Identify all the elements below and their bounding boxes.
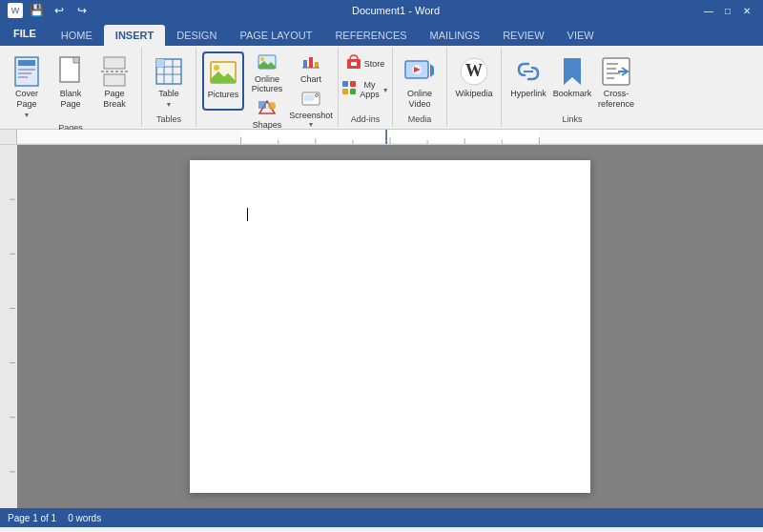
tab-mailings[interactable]: MAILINGS [419, 25, 492, 46]
online-pictures-icon [258, 54, 277, 73]
my-apps-label: My Apps [360, 80, 380, 99]
document-page[interactable] [190, 160, 590, 493]
shapes-icon [258, 100, 277, 119]
undo-button[interactable]: ↩ [50, 1, 69, 20]
svg-marker-52 [564, 58, 581, 85]
svg-rect-2 [18, 69, 35, 71]
tab-view[interactable]: VIEW [556, 25, 606, 46]
ribbon-group-pages: CoverPage ▼ BlankPage PageBreak [0, 48, 142, 127]
svg-rect-32 [309, 57, 313, 68]
online-video-icon [404, 56, 435, 87]
word-count: 0 words [68, 513, 101, 523]
svg-rect-40 [351, 62, 357, 66]
media-group-label: Media [404, 113, 436, 125]
blank-page-icon [55, 56, 86, 87]
online-pictures-button[interactable]: OnlinePictures [246, 51, 288, 96]
pictures-label: Pictures [208, 90, 239, 100]
svg-rect-33 [315, 62, 319, 68]
close-button[interactable]: ✕ [738, 4, 755, 17]
screenshot-arrow: ▼ [308, 121, 315, 128]
svg-rect-1 [18, 60, 35, 66]
store-label: Store [364, 59, 385, 69]
svg-rect-43 [342, 89, 348, 94]
table-arrow: ▼ [166, 101, 173, 109]
bookmark-label: Bookmark [553, 89, 592, 99]
svg-marker-46 [430, 64, 434, 77]
table-button[interactable]: Table ▼ [148, 51, 190, 112]
tab-design[interactable]: DESIGN [165, 25, 228, 46]
links-items: Hyperlink Bookmark [505, 50, 639, 113]
table-label: Table [158, 89, 179, 99]
svg-rect-41 [342, 81, 348, 87]
tables-items: Table ▼ [146, 50, 192, 113]
addins-group-label: Add-ins [347, 113, 384, 125]
vertical-ruler [0, 145, 17, 508]
cross-reference-icon [601, 56, 631, 87]
word-logo-icon: W [8, 3, 23, 18]
page-break-button[interactable]: PageBreak [93, 51, 135, 113]
svg-rect-31 [303, 60, 307, 68]
my-apps-arrow: ▼ [382, 87, 389, 93]
cover-page-button[interactable]: CoverPage ▼ [6, 51, 48, 122]
tab-file[interactable]: FILE [0, 21, 50, 46]
blank-page-label: BlankPage [60, 89, 82, 110]
ruler-main [17, 130, 763, 144]
online-pictures-label: OnlinePictures [252, 74, 283, 93]
tab-page-layout[interactable]: PAGE LAYOUT [228, 25, 323, 46]
cross-reference-button[interactable]: Cross-reference [595, 51, 637, 113]
ruler-corner [0, 130, 17, 144]
pages-items: CoverPage ▼ BlankPage PageBreak [4, 50, 137, 122]
tab-review[interactable]: REVIEW [491, 25, 555, 46]
svg-rect-14 [156, 59, 164, 67]
bookmark-button[interactable]: Bookmark [551, 51, 593, 111]
wikipedia-button[interactable]: W Wikipedia [453, 51, 495, 111]
svg-rect-4 [18, 76, 28, 78]
addins-small-group: Store My Apps [344, 51, 386, 102]
document-content-area[interactable] [17, 145, 763, 508]
svg-point-16 [214, 65, 219, 71]
screenshot-button[interactable]: Screenshot ▼ [290, 88, 332, 131]
hyperlink-button[interactable]: Hyperlink [507, 51, 549, 111]
chart-icon [301, 54, 320, 73]
addins-items: Store My Apps [342, 50, 388, 113]
links-group-label: Links [558, 113, 586, 125]
text-cursor [247, 208, 248, 221]
page-break-label: PageBreak [103, 89, 126, 110]
tab-references[interactable]: REFERENCES [323, 25, 418, 46]
store-button[interactable]: Store [344, 51, 386, 76]
title-bar: W 💾 ↩ ↪ Document1 - Word — □ ✕ [0, 0, 763, 21]
main-area [0, 145, 763, 508]
ribbon: CoverPage ▼ BlankPage PageBreak [0, 46, 763, 130]
svg-rect-8 [104, 74, 125, 86]
svg-rect-3 [18, 72, 31, 74]
horizontal-ruler [0, 130, 763, 145]
svg-point-19 [260, 57, 264, 61]
tab-insert[interactable]: INSERT [104, 25, 165, 46]
redo-button[interactable]: ↪ [72, 1, 92, 20]
cover-page-label: CoverPage [15, 89, 38, 110]
svg-rect-6 [104, 57, 125, 69]
media-items: OnlineVideo [397, 50, 443, 113]
tab-home[interactable]: HOME [50, 25, 104, 46]
blank-page-button[interactable]: BlankPage [50, 51, 92, 113]
maximize-button[interactable]: □ [719, 4, 736, 17]
pictures-icon [208, 57, 238, 88]
online-video-button[interactable]: OnlineVideo [399, 51, 441, 113]
svg-rect-44 [350, 89, 356, 94]
minimize-button[interactable]: — [700, 4, 717, 17]
ribbon-group-links: Hyperlink Bookmark [502, 48, 643, 127]
svg-rect-36 [304, 94, 314, 101]
my-apps-button[interactable]: My Apps ▼ [344, 77, 386, 102]
screenshot-icon [301, 91, 320, 110]
wiki-items: W Wikipedia [451, 50, 497, 113]
svg-rect-22 [258, 101, 266, 109]
chart-button[interactable]: Chart [290, 51, 332, 87]
save-button[interactable]: 💾 [27, 1, 46, 20]
title-bar-icons: W 💾 ↩ ↪ [8, 1, 92, 20]
hyperlink-label: Hyperlink [510, 89, 546, 99]
bookmark-icon [557, 56, 588, 87]
pictures-button[interactable]: Pictures [202, 51, 244, 111]
status-bar: Page 1 of 1 0 words [0, 508, 763, 527]
svg-point-23 [268, 102, 276, 110]
page-info: Page 1 of 1 [8, 513, 56, 523]
